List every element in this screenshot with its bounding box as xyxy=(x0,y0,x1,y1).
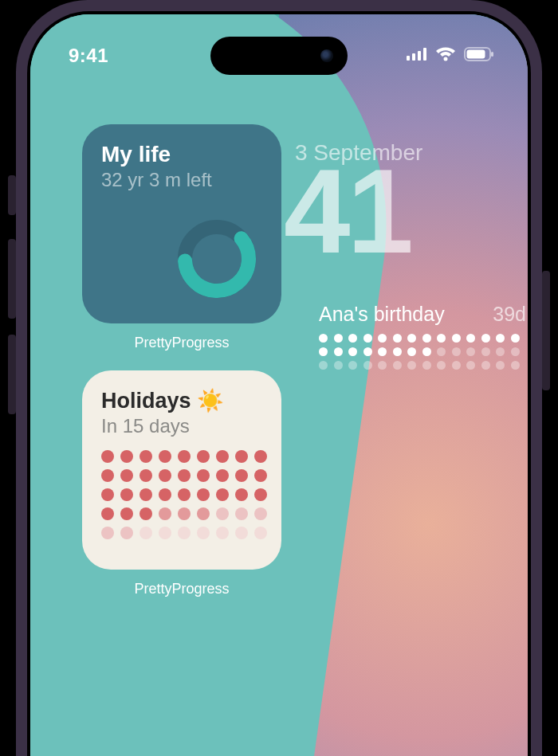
holidays-dot xyxy=(178,450,191,463)
phone-frame: 9:41 xyxy=(16,0,542,756)
lockscreen-widget[interactable]: Ana's birthday 39d xyxy=(319,303,526,370)
holidays-dot xyxy=(235,527,248,539)
battery-icon xyxy=(464,47,494,65)
holidays-dot xyxy=(235,469,248,482)
holidays-dot xyxy=(254,450,267,463)
holidays-dot xyxy=(178,527,191,539)
holidays-dot xyxy=(216,527,229,539)
holidays-dot xyxy=(120,527,133,539)
lockwidget-dot xyxy=(363,361,372,370)
widget-mylife-title: My life xyxy=(101,142,262,167)
lockwidget-dot xyxy=(363,347,372,356)
holidays-dot xyxy=(235,488,248,501)
lockwidget-dots xyxy=(319,334,528,370)
lockwidget-dot xyxy=(496,334,505,343)
lockwidget-dot xyxy=(407,347,416,356)
holidays-dot xyxy=(140,450,152,463)
lockwidget-dot xyxy=(407,361,416,370)
lockwidget-dot xyxy=(393,347,402,356)
svg-rect-6 xyxy=(467,50,485,59)
holidays-dot xyxy=(178,488,191,501)
holidays-dot xyxy=(216,507,229,520)
holidays-dot xyxy=(101,450,114,463)
lockwidget-dot xyxy=(481,361,490,370)
holidays-dot xyxy=(120,469,133,482)
holidays-dot xyxy=(197,507,210,520)
holidays-dot xyxy=(140,507,152,520)
widget-holidays-dots xyxy=(101,450,262,539)
widget-caption-1: PrettyProgress xyxy=(134,335,229,351)
lockwidget-dot xyxy=(481,334,490,343)
phone-volume-down xyxy=(8,335,16,414)
holidays-dot xyxy=(159,527,171,539)
lockwidget-dot xyxy=(422,361,431,370)
holidays-dot xyxy=(216,469,229,482)
lockwidget-dot xyxy=(511,361,520,370)
phone-screen[interactable]: 9:41 xyxy=(30,14,528,756)
lockwidget-dot xyxy=(466,347,475,356)
cellular-icon xyxy=(407,48,427,64)
svg-rect-1 xyxy=(412,53,415,61)
phone-volume-up xyxy=(8,239,16,319)
holidays-dot xyxy=(140,527,152,539)
lockwidget-dot xyxy=(348,361,357,370)
holidays-dot xyxy=(197,469,210,482)
holidays-dot xyxy=(254,488,267,501)
holidays-dot xyxy=(254,527,267,539)
lockwidget-dot xyxy=(466,361,475,370)
lockwidget-dot xyxy=(393,361,402,370)
holidays-dot xyxy=(197,527,210,539)
lockwidget-dot xyxy=(452,347,461,356)
lockwidget-dot xyxy=(348,347,357,356)
lockwidget-dot xyxy=(422,334,431,343)
phone-silent-switch xyxy=(8,175,16,215)
widget-mylife[interactable]: My life 32 yr 3 m left xyxy=(82,124,281,323)
lockwidget-dot xyxy=(348,334,357,343)
holidays-dot xyxy=(101,507,114,520)
lockwidget-dot xyxy=(319,334,328,343)
svg-point-4 xyxy=(444,57,448,61)
lockscreen-time: 41 xyxy=(284,151,411,271)
lockwidget-title: Ana's birthday xyxy=(319,303,445,326)
holidays-dot xyxy=(178,469,191,482)
holidays-dot xyxy=(197,488,210,501)
phone-side-button xyxy=(542,271,550,390)
lockwidget-dot xyxy=(407,334,416,343)
status-bar: 9:41 xyxy=(30,38,528,73)
lockwidget-dot xyxy=(422,347,431,356)
holidays-dot xyxy=(159,469,171,482)
lockwidget-dot xyxy=(334,361,343,370)
holidays-dot xyxy=(159,507,171,520)
lockwidget-dot xyxy=(319,347,328,356)
lockwidget-dot xyxy=(334,334,343,343)
lockwidget-dot xyxy=(437,347,446,356)
holidays-dot xyxy=(159,488,171,501)
holidays-dot xyxy=(101,488,114,501)
widget-holidays[interactable]: Holidays ☀️ In 15 days xyxy=(82,370,281,570)
widget-mylife-subtitle: 32 yr 3 m left xyxy=(101,169,262,191)
lockwidget-dot xyxy=(511,334,520,343)
holidays-dot xyxy=(120,450,133,463)
lockwidget-dot xyxy=(437,361,446,370)
lockwidget-dot xyxy=(393,334,402,343)
lockwidget-dot xyxy=(452,334,461,343)
holidays-dot xyxy=(101,527,114,539)
lockwidget-dot xyxy=(378,347,387,356)
svg-rect-2 xyxy=(418,51,421,61)
holidays-dot xyxy=(216,488,229,501)
lockwidget-remaining: 39d xyxy=(493,303,526,326)
svg-rect-7 xyxy=(491,52,493,57)
holidays-dot xyxy=(159,450,171,463)
widget-holidays-subtitle: In 15 days xyxy=(101,415,262,437)
status-time: 9:41 xyxy=(69,45,108,67)
holidays-dot xyxy=(254,469,267,482)
lockwidget-dot xyxy=(496,347,505,356)
phone-bezel: 9:41 xyxy=(27,11,531,756)
holidays-dot xyxy=(254,507,267,520)
holidays-dot xyxy=(140,469,152,482)
widget-caption-2: PrettyProgress xyxy=(134,581,229,597)
holidays-dot xyxy=(235,507,248,520)
wifi-icon xyxy=(435,47,456,65)
holidays-dot xyxy=(197,450,210,463)
lockwidget-dot xyxy=(466,334,475,343)
